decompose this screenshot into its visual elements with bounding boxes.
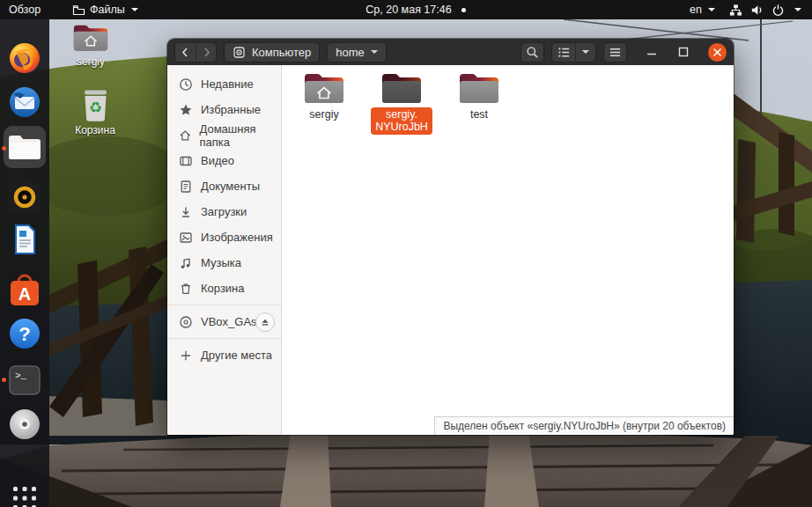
status-bar: Выделен объект «sergiy.NYUroJbH» (внутри… — [434, 416, 734, 435]
activities-button[interactable]: Обзор — [0, 0, 49, 19]
sidebar-item-other-locations[interactable]: Другие места — [167, 342, 281, 368]
app-grid-icon[interactable] — [7, 481, 42, 507]
keyboard-layout-button[interactable]: en — [684, 0, 720, 19]
plus-icon — [179, 349, 193, 363]
dock: A ? >_ — [0, 19, 49, 507]
libreoffice-writer-icon[interactable] — [7, 222, 42, 257]
help-icon[interactable]: ? — [7, 316, 42, 351]
disc-icon — [179, 315, 193, 329]
search-icon — [526, 46, 539, 59]
app-menu-button[interactable]: Файлы — [63, 0, 147, 19]
disc-icon[interactable] — [7, 407, 42, 442]
file-item-sergiy[interactable]: sergiy — [285, 72, 363, 135]
sidebar-item-starred[interactable]: Избранные — [167, 97, 281, 122]
star-icon — [179, 103, 193, 117]
svg-text:?: ? — [18, 323, 30, 345]
sidebar-item-music[interactable]: Музыка — [167, 250, 281, 276]
sidebar-item-recent[interactable]: Недавние — [167, 71, 281, 97]
download-icon — [179, 205, 193, 219]
sidebar-item-vbox-gas[interactable]: VBox_GAs… — [167, 309, 281, 334]
home-folder-icon — [304, 72, 344, 106]
app-menu-label: Файлы — [90, 4, 125, 16]
files-window: Компьютер home — [167, 39, 734, 435]
top-bar: Обзор Файлы Ср, 20 мая 17:46 en — [0, 0, 812, 19]
sidebar-item-label: Видео — [201, 154, 234, 167]
svg-text:♻: ♻ — [88, 99, 101, 116]
desktop-icon-label: Корзина — [75, 124, 115, 136]
file-label: sergiy — [305, 107, 343, 121]
terminal-running-dot — [2, 378, 6, 382]
menu-button[interactable] — [603, 42, 627, 62]
location-label: Компьютер — [252, 46, 311, 59]
view-options-chevron[interactable] — [576, 43, 595, 62]
view-toggle-button[interactable] — [551, 42, 596, 62]
path-button[interactable]: home — [327, 42, 387, 62]
file-item-test[interactable]: test — [440, 72, 518, 135]
chevron-down-icon — [131, 8, 138, 11]
desktop-icon-label: sergiy — [77, 55, 105, 68]
location-button[interactable]: Компьютер — [224, 42, 320, 62]
sidebar-item-pictures[interactable]: Изображения — [167, 224, 281, 250]
firefox-icon[interactable] — [7, 40, 42, 76]
back-button[interactable] — [175, 43, 196, 62]
forward-button[interactable] — [196, 43, 216, 62]
file-item-sergiy-nyurojbh[interactable]: sergiy.NYUroJbH — [363, 72, 440, 135]
thunderbird-icon[interactable] — [7, 84, 42, 120]
home-icon — [179, 129, 191, 143]
trash-icon — [179, 282, 193, 296]
sidebar-item-trash[interactable]: Корзина — [167, 276, 281, 301]
system-status-area[interactable] — [724, 0, 807, 19]
list-view-icon — [552, 43, 575, 62]
computer-icon — [233, 46, 246, 59]
sidebar-item-home[interactable]: Домашняя папка — [167, 122, 281, 148]
notification-dot — [461, 8, 466, 12]
trash-icon: ♻ — [81, 89, 110, 122]
sidebar-item-label: Документы — [201, 180, 260, 193]
sidebar-item-label: Недавние — [201, 77, 254, 91]
chevron-down-icon — [371, 50, 378, 54]
document-icon — [179, 180, 193, 194]
sidebar-item-downloads[interactable]: Загрузки — [167, 199, 281, 224]
svg-text:A: A — [18, 284, 31, 304]
clock-label: Ср, 20 мая 17:46 — [365, 4, 451, 16]
sidebar-item-label: Другие места — [201, 349, 272, 362]
clock-button[interactable]: Ср, 20 мая 17:46 — [357, 0, 474, 19]
sidebar-separator — [167, 305, 281, 305]
ubuntu-software-icon[interactable]: A — [7, 273, 42, 308]
terminal-icon[interactable]: >_ — [7, 363, 42, 398]
folder-icon — [459, 72, 499, 106]
music-icon — [179, 256, 193, 270]
eject-button[interactable] — [255, 312, 275, 332]
sidebar-item-documents[interactable]: Документы — [167, 173, 281, 199]
chevron-down-icon — [794, 8, 801, 11]
sidebar-item-videos[interactable]: Видео — [167, 148, 281, 173]
sidebar-item-label: Избранные — [201, 103, 261, 116]
clock-icon — [179, 77, 193, 92]
minimize-button[interactable] — [645, 45, 659, 59]
maximize-button[interactable] — [676, 45, 690, 59]
eject-icon — [260, 317, 270, 327]
power-icon — [771, 4, 785, 17]
chevron-down-icon — [708, 8, 715, 11]
window-titlebar[interactable]: Компьютер home — [167, 39, 734, 65]
sidebar-item-label: Музыка — [201, 256, 241, 269]
file-label-selected: sergiy.NYUroJbH — [371, 107, 432, 135]
file-area[interactable]: sergiy sergiy.NYUroJbH test — [282, 65, 734, 435]
image-icon — [179, 231, 193, 245]
activities-label: Обзор — [9, 4, 41, 16]
sidebar: Недавние Избранные Домашняя папка Видео … — [167, 65, 282, 435]
svg-text:>_: >_ — [15, 371, 27, 381]
sidebar-item-label: Домашняя папка — [199, 122, 281, 149]
sidebar-item-label: Загрузки — [201, 205, 247, 218]
keyboard-layout-label: en — [690, 4, 702, 16]
hamburger-icon — [609, 46, 622, 59]
desktop-icon-trash[interactable]: ♻ Корзина — [67, 89, 123, 136]
desktop-icon-home-folder[interactable]: sergiy — [63, 23, 119, 68]
sidebar-item-label: Корзина — [201, 282, 245, 295]
files-app-icon — [72, 4, 85, 16]
rhythmbox-icon[interactable] — [7, 180, 42, 215]
files-icon[interactable] — [7, 129, 42, 165]
search-button[interactable] — [520, 42, 544, 62]
close-button[interactable] — [708, 43, 727, 62]
folder-icon-selected — [381, 72, 422, 106]
